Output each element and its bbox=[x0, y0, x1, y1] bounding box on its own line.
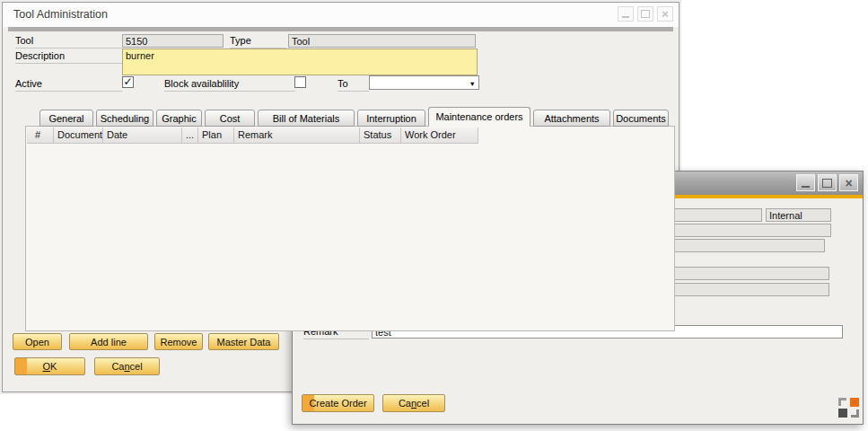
description-field[interactable]: burner bbox=[122, 48, 478, 75]
maximize-icon[interactable] bbox=[637, 6, 653, 22]
close-icon[interactable]: × bbox=[839, 174, 858, 191]
minimize-icon[interactable] bbox=[618, 6, 634, 22]
col-remark: Remark bbox=[234, 128, 360, 143]
chevron-down-icon: ▼ bbox=[469, 79, 476, 90]
cancel-button[interactable]: Cancel bbox=[94, 357, 160, 375]
to-dropdown[interactable]: ▼ bbox=[369, 75, 479, 90]
table-header: # Document Date ... Plan Remark Status W… bbox=[27, 128, 478, 144]
tab-cost[interactable]: Cost bbox=[205, 110, 255, 127]
tab-general[interactable]: General bbox=[39, 110, 93, 127]
maximize-icon[interactable] bbox=[818, 174, 837, 191]
col-number: # bbox=[27, 128, 54, 143]
col-plan: Plan bbox=[198, 128, 234, 143]
tab-attachments[interactable]: Attachments bbox=[533, 110, 610, 127]
block-availability-checkbox[interactable] bbox=[294, 76, 306, 88]
create-order-button[interactable]: Create Order bbox=[302, 394, 374, 412]
tab-scheduling[interactable]: Scheduling bbox=[96, 110, 153, 127]
tool-field: 5150 bbox=[122, 34, 224, 48]
active-label: Active bbox=[15, 77, 122, 92]
resize-grip-icon[interactable] bbox=[838, 398, 859, 418]
col-document: Document bbox=[54, 128, 103, 143]
col-dots: ... bbox=[182, 128, 198, 143]
titlebar: Tool Administration × bbox=[3, 3, 679, 27]
window-controls: × bbox=[618, 6, 673, 22]
desktop: Tool Administration × Tool 5150 Type Too… bbox=[0, 0, 868, 431]
description-label: Description bbox=[15, 49, 122, 64]
add-line-button[interactable]: Add line bbox=[69, 333, 148, 350]
maintenance-category-field: Internal bbox=[766, 208, 831, 222]
tool-label: Tool bbox=[15, 34, 122, 48]
minimize-icon[interactable] bbox=[796, 174, 815, 191]
tab-graphic[interactable]: Graphic bbox=[156, 110, 202, 127]
close-icon[interactable]: × bbox=[657, 6, 673, 22]
tab-strip: General Scheduling Graphic Cost Bill of … bbox=[39, 107, 669, 127]
ok-button[interactable]: OK bbox=[14, 357, 85, 375]
to-label: To bbox=[338, 77, 369, 92]
type-field: Tool bbox=[288, 34, 476, 48]
tab-interruption[interactable]: Interruption bbox=[357, 110, 425, 127]
window-title: Tool Administration bbox=[13, 8, 108, 21]
tab-documents[interactable]: Documents bbox=[613, 110, 669, 127]
type-label: Type bbox=[230, 34, 286, 48]
remove-button[interactable]: Remove bbox=[154, 333, 203, 350]
col-date: Date bbox=[103, 128, 182, 143]
block-availability-label: Block availablility bbox=[164, 77, 295, 92]
dialog-window-controls: × bbox=[796, 174, 858, 191]
col-work-order: Work Order bbox=[401, 128, 478, 143]
tab-bill-of-materials[interactable]: Bill of Materials bbox=[258, 110, 355, 127]
active-checkbox[interactable]: ✓ bbox=[122, 76, 134, 88]
open-button[interactable]: Open bbox=[13, 333, 62, 350]
tab-maintenance-orders[interactable]: Maintenance orders bbox=[428, 107, 530, 127]
maintenance-orders-panel: # Document Date ... Plan Remark Status W… bbox=[25, 126, 675, 331]
master-data-button[interactable]: Master Data bbox=[208, 333, 279, 350]
titlebar-separator bbox=[8, 27, 673, 31]
dialog-cancel-button[interactable]: Cancel bbox=[382, 394, 445, 412]
col-status: Status bbox=[360, 128, 401, 143]
